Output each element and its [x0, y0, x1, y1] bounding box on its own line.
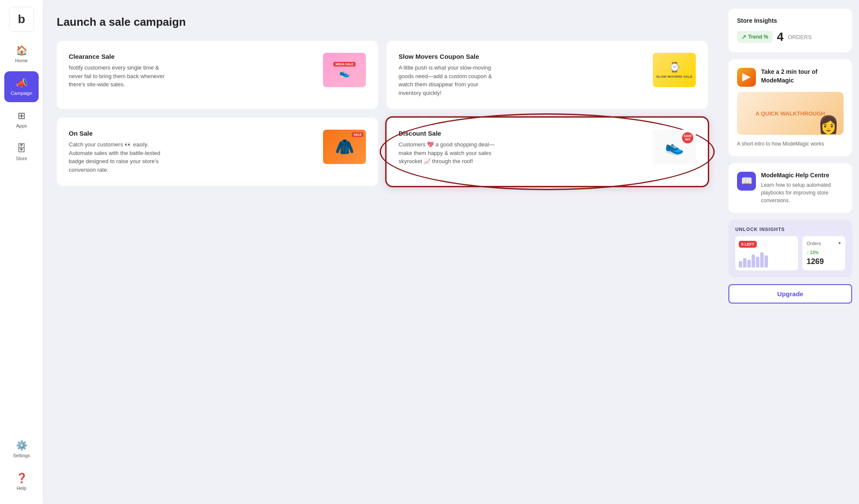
- campaign-card-on-sale[interactable]: On Sale Catch your customers 👀 easily. A…: [57, 118, 378, 186]
- tour-thumbnail: A QUICK WALKTHROUGH 👩: [737, 92, 844, 135]
- metric-change: ↑ 13%: [807, 250, 841, 255]
- unlock-metrics: Orders ▾ ↑ 13% 1269: [802, 236, 845, 270]
- campaigns-grid: Clearance Sale Notify customers every si…: [57, 41, 708, 186]
- tour-thumbnail-text: A QUICK WALKTHROUGH: [755, 110, 825, 117]
- orders-count: 4: [777, 30, 784, 44]
- right-panel: Store Insights ↗ Trend % 4 ORDERS: [722, 0, 859, 504]
- tour-title: Take a 2 min tour of ModeMagic: [761, 68, 844, 85]
- clearance-sale-badge: MEGA SALE: [333, 62, 355, 67]
- sidebar-item-help-label: Help: [17, 486, 27, 491]
- slow-movers-title: Slow Movers Coupon Sale: [399, 53, 502, 60]
- page-title: Launch a sale campaign: [57, 15, 708, 29]
- on-sale-badge: SALE: [352, 132, 363, 137]
- center-panel: Launch a sale campaign Clearance Sale No…: [43, 0, 722, 504]
- tour-person-figure: 👩: [818, 115, 839, 135]
- bar-6: [760, 252, 764, 267]
- slow-movers-watch-icon: ⌚: [669, 62, 680, 73]
- upgrade-button[interactable]: Upgrade: [728, 284, 852, 304]
- help-centre-desc: Learn how to setup automated playbooks f…: [761, 181, 844, 204]
- clearance-sale-img-bg: MEGA SALE 👟: [323, 53, 366, 87]
- on-sale-title: On Sale: [69, 130, 172, 137]
- modemagic-logo-svg: [740, 71, 752, 83]
- sidebar-item-apps[interactable]: ⊞ Apps: [4, 104, 39, 135]
- clearance-sale-desc: Notify customers every single time & nev…: [69, 64, 172, 89]
- on-sale-person-icon: 🧥: [335, 138, 354, 156]
- on-sale-image: SALE 🧥: [323, 130, 366, 164]
- sidebar-item-home-label: Home: [15, 58, 27, 63]
- trend-up-icon: ↗: [741, 33, 746, 40]
- store-insights-card: Store Insights ↗ Trend % 4 ORDERS: [728, 9, 852, 52]
- bar-5: [756, 257, 759, 267]
- campaign-card-slow-movers[interactable]: Slow Movers Coupon Sale A little push is…: [387, 41, 708, 109]
- tour-header: Take a 2 min tour of ModeMagic: [737, 68, 844, 87]
- store-insights-title: Store Insights: [737, 17, 844, 24]
- slow-movers-desc: A little push is what your slow-moving g…: [399, 64, 502, 97]
- bar-1: [739, 261, 742, 267]
- clearance-sale-image: MEGA SALE 👟: [323, 53, 366, 87]
- on-sale-desc: Catch your customers 👀 easily. Automate …: [69, 140, 172, 174]
- clearance-sale-text: Clearance Sale Notify customers every si…: [69, 53, 172, 89]
- slow-movers-img-bg: ⌚ SLOW MOVERS SALE: [653, 53, 696, 87]
- clearance-sale-shoe-icon: 👟: [339, 68, 350, 78]
- metric-label: Orders: [807, 241, 821, 246]
- arrow-up-icon: ↑: [807, 250, 809, 255]
- sidebar-item-store-label: Store: [16, 156, 27, 161]
- settings-icon: ⚙️: [16, 440, 27, 451]
- app-logo: b: [9, 7, 34, 32]
- campaign-icon: 📣: [16, 78, 27, 89]
- sidebar-item-help[interactable]: ❓ Help: [4, 466, 39, 497]
- discount-sale-text: Discount Sale Customers 💖 a good shoppin…: [399, 130, 502, 166]
- tour-description: A short intro to how ModeMagic works: [737, 140, 844, 148]
- unlock-insights-card: UNLOCK INSIGHTS 5 LEFT: [728, 220, 852, 277]
- tour-card[interactable]: Take a 2 min tour of ModeMagic A QUICK W…: [728, 59, 852, 156]
- sidebar-item-home[interactable]: 🏠 Home: [4, 39, 39, 70]
- chart-bars: [739, 250, 795, 267]
- store-icon: 🗄: [17, 143, 26, 154]
- svg-marker-0: [742, 73, 751, 82]
- discount-sale-badge-circle: SAVE $25: [682, 132, 693, 143]
- unlock-chart: 5 LEFT: [735, 236, 798, 270]
- on-sale-img-bg: SALE 🧥: [323, 130, 366, 164]
- sidebar-item-settings[interactable]: ⚙️ Settings: [4, 434, 39, 465]
- help-centre-logo: 📖: [737, 172, 756, 191]
- bar-4: [752, 255, 755, 267]
- apps-icon: ⊞: [18, 110, 25, 121]
- orders-label: ORDERS: [788, 34, 812, 40]
- trend-row: ↗ Trend % 4 ORDERS: [737, 30, 844, 44]
- campaign-card-clearance-sale[interactable]: Clearance Sale Notify customers every si…: [57, 41, 378, 109]
- chevron-down-icon: ▾: [838, 240, 841, 246]
- sidebar-item-store[interactable]: 🗄 Store: [4, 137, 39, 167]
- slow-movers-tag-label: SLOW MOVERS SALE: [656, 75, 692, 79]
- help-icon: ❓: [16, 473, 27, 484]
- home-icon: 🏠: [16, 45, 27, 56]
- content-area: Launch a sale campaign Clearance Sale No…: [43, 0, 859, 504]
- discount-sale-img-bg: SAVE $25 👟: [653, 130, 696, 164]
- help-centre-card[interactable]: 📖 ModeMagic Help Centre Learn how to set…: [728, 163, 852, 213]
- on-sale-text: On Sale Catch your customers 👀 easily. A…: [69, 130, 172, 174]
- modemagic-logo: [737, 68, 756, 87]
- trend-badge: ↗ Trend %: [737, 31, 773, 43]
- discount-sale-title: Discount Sale: [399, 130, 502, 137]
- left-badge: 5 LEFT: [739, 241, 757, 248]
- trend-label: Trend %: [748, 34, 768, 40]
- discount-sale-shoe-icon: 👟: [665, 138, 684, 156]
- campaign-card-discount-sale[interactable]: Discount Sale Customers 💖 a good shoppin…: [387, 118, 708, 186]
- main-content: Launch a sale campaign Clearance Sale No…: [43, 0, 859, 504]
- bar-3: [747, 260, 751, 267]
- sidebar-item-campaign-label: Campaign: [11, 91, 32, 96]
- sidebar-item-settings-label: Settings: [13, 453, 30, 458]
- discount-sale-image: SAVE $25 👟: [653, 130, 696, 164]
- metric-value: 1269: [807, 257, 841, 266]
- sidebar: b 🏠 Home 📣 Campaign ⊞ Apps 🗄 Store ⚙️ Se…: [0, 0, 43, 504]
- discount-sale-desc: Customers 💖 a good shopping deal—make th…: [399, 140, 502, 166]
- sidebar-item-campaign[interactable]: 📣 Campaign: [4, 71, 39, 102]
- bar-2: [743, 258, 746, 267]
- help-centre-text: ModeMagic Help Centre Learn how to setup…: [761, 172, 844, 204]
- sidebar-item-apps-label: Apps: [16, 123, 27, 128]
- help-centre-title: ModeMagic Help Centre: [761, 172, 844, 179]
- slow-movers-text: Slow Movers Coupon Sale A little push is…: [399, 53, 502, 97]
- slow-movers-image: ⌚ SLOW MOVERS SALE: [653, 53, 696, 87]
- unlock-title: UNLOCK INSIGHTS: [735, 227, 845, 232]
- unlock-inner: 5 LEFT Orders: [735, 236, 845, 270]
- metric-header: Orders ▾: [807, 240, 841, 246]
